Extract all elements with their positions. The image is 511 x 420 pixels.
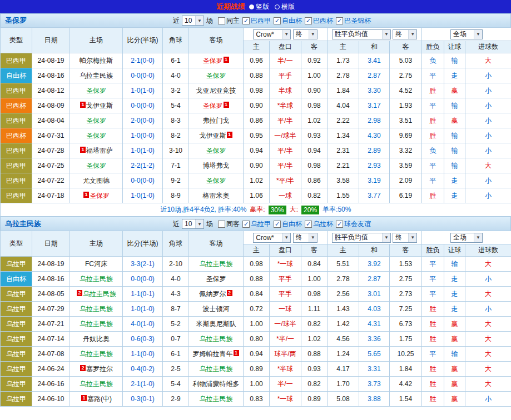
layout-radio-横版[interactable]: 横版 bbox=[275, 2, 295, 12]
red-card-badge: 1 bbox=[234, 350, 239, 356]
home-team-name[interactable]: 乌拉圭民族 bbox=[80, 320, 113, 328]
home-team-name[interactable]: 圣保罗 bbox=[86, 162, 106, 169]
home-team-name[interactable]: 福塔雷萨 bbox=[86, 147, 113, 154]
home-team-name[interactable]: 乌拉圭民族 bbox=[80, 305, 113, 313]
bookmaker-value: Crow* bbox=[256, 234, 274, 242]
odds-cell: 0.98 bbox=[301, 98, 328, 113]
away-team-name[interactable]: 乌拉圭民族 bbox=[200, 365, 233, 373]
home-team-name[interactable]: 圣保罗 bbox=[90, 192, 110, 199]
checkbox-unchecked[interactable] bbox=[218, 221, 225, 228]
scope-value: 全场 bbox=[453, 29, 467, 39]
layout-radio-竖版[interactable]: 竖版 bbox=[249, 2, 269, 12]
away-team-name[interactable]: 圣保罗 bbox=[206, 177, 226, 184]
match-count-select[interactable]: 10▼ bbox=[182, 16, 204, 26]
away-team-name[interactable]: 戈亚尼亚竞技 bbox=[196, 87, 236, 94]
handicap-cell: 平手 bbox=[270, 287, 301, 302]
away-team-name[interactable]: 圣保罗 bbox=[203, 102, 223, 109]
home-team-name[interactable]: 乌拉圭民族 bbox=[80, 72, 113, 79]
away-team-name[interactable]: 戈伊亚斯 bbox=[200, 132, 226, 139]
wdl-result-cell: 负 bbox=[422, 143, 444, 158]
match-date: 24-07-21 bbox=[32, 317, 70, 332]
away-team-name[interactable]: 圣保罗 bbox=[206, 72, 226, 79]
away-team-name[interactable]: 乌拉圭民族 bbox=[200, 335, 233, 343]
away-team-name[interactable]: 利物浦蒙特维多 bbox=[193, 380, 240, 388]
handicap-cell: 平/半 bbox=[270, 158, 301, 173]
league-badge: 乌拉甲 bbox=[1, 347, 32, 362]
average-selects-cell: 胜平负均值▼ 终▼ bbox=[328, 28, 422, 41]
home-team-name[interactable]: 乌拉圭民族 bbox=[83, 290, 116, 298]
checkbox-checked[interactable]: ✓ bbox=[274, 221, 281, 228]
average-select[interactable]: 胜平负均值▼ bbox=[332, 29, 391, 39]
odds-state-select[interactable]: 终▼ bbox=[293, 233, 317, 243]
col-header-avg-home: 主 bbox=[328, 41, 359, 53]
checkbox-checked[interactable]: ✓ bbox=[242, 17, 250, 24]
home-team-name[interactable]: 乌拉圭民族 bbox=[80, 275, 113, 283]
odds-cell: 0.93 bbox=[301, 128, 328, 143]
home-team-name[interactable]: 尤文图德 bbox=[83, 177, 110, 184]
away-team-name[interactable]: 佩纳罗尔 bbox=[200, 290, 226, 298]
home-team-name[interactable]: 塞路(中) bbox=[87, 395, 112, 403]
bookmaker-select[interactable]: Crow*▼ bbox=[253, 29, 291, 39]
home-team-name[interactable]: 圣保罗 bbox=[86, 87, 106, 94]
team-name-link[interactable]: 圣保罗 bbox=[5, 16, 173, 26]
col-header-odds-home: 主 bbox=[244, 41, 270, 53]
away-team-name[interactable]: 博塔弗戈 bbox=[203, 162, 230, 169]
away-team-name[interactable]: 乌拉圭民族 bbox=[200, 260, 233, 268]
wdl-result-cell: 胜 bbox=[422, 317, 444, 332]
checkbox-checked[interactable]: ✓ bbox=[305, 221, 312, 228]
match-count-select[interactable]: 10▼ bbox=[182, 219, 204, 229]
average-state-select[interactable]: 终▼ bbox=[393, 29, 417, 39]
handicap-result-cell: 走 bbox=[444, 302, 465, 317]
bookmaker-select[interactable]: Crow*▼ bbox=[253, 233, 291, 243]
red-card-badge: 1 bbox=[227, 132, 232, 138]
avg-odds-cell: 10.25 bbox=[390, 347, 422, 362]
home-team-name[interactable]: 圣保罗 bbox=[86, 117, 106, 124]
checkbox-checked[interactable]: ✓ bbox=[336, 17, 343, 24]
chevron-down-icon: ▼ bbox=[309, 233, 317, 242]
away-team-name[interactable]: 格雷米奥 bbox=[203, 192, 230, 199]
away-team-name[interactable]: 弗拉门戈 bbox=[203, 117, 230, 124]
radio-label: 竖版 bbox=[256, 2, 269, 12]
away-team-name[interactable]: 波士顿河 bbox=[203, 305, 230, 313]
away-team-name[interactable]: 罗姆帕拉青年 bbox=[193, 350, 233, 358]
away-team-name[interactable]: 圣保罗 bbox=[206, 275, 226, 283]
odds-state-select[interactable]: 终▼ bbox=[293, 29, 317, 39]
league-filter-item: ✓乌拉甲 bbox=[242, 219, 271, 229]
home-team-name[interactable]: 乌拉圭民族 bbox=[80, 350, 113, 358]
checkbox-label: 乌拉甲 bbox=[251, 219, 271, 229]
away-team-name[interactable]: 米斯奥尼斯队 bbox=[196, 320, 236, 328]
odds-cell: 0.92 bbox=[301, 53, 328, 68]
checkbox-checked[interactable]: ✓ bbox=[305, 17, 312, 24]
average-state-select[interactable]: 终▼ bbox=[393, 233, 417, 243]
checkbox-checked[interactable]: ✓ bbox=[274, 17, 281, 24]
odds-cell: 0.94 bbox=[244, 143, 270, 158]
avg-odds-cell: 3.73 bbox=[359, 377, 390, 392]
corner-cell: 5-2 bbox=[163, 317, 189, 332]
handicap-cell: 一球 bbox=[270, 302, 301, 317]
summary-cell: 近10场,胜4平4负2, 胜率:40%赢率:30%大:20%单率:50% bbox=[1, 203, 511, 217]
scope-select[interactable]: 全场▼ bbox=[450, 233, 483, 243]
checkbox-checked[interactable]: ✓ bbox=[336, 221, 343, 228]
away-team-name[interactable]: 圣保罗 bbox=[203, 57, 223, 64]
home-team-name[interactable]: 塞罗拉尔 bbox=[86, 365, 113, 373]
average-select[interactable]: 胜平负均值▼ bbox=[332, 233, 391, 243]
away-team-name[interactable]: 乌拉圭民族 bbox=[200, 395, 233, 403]
home-team-name[interactable]: 丹奴比奥 bbox=[83, 335, 110, 343]
scope-select[interactable]: 全场▼ bbox=[450, 29, 483, 39]
away-team-name[interactable]: 圣保罗 bbox=[206, 147, 226, 154]
checkbox-checked[interactable]: ✓ bbox=[242, 221, 250, 228]
team-header-bar: 乌拉圭民族 近 10▼ 场 同客✓乌拉甲✓自由杯✓乌拉杯✓球会友谊 bbox=[0, 217, 511, 231]
home-team-name[interactable]: FC河床 bbox=[85, 260, 107, 268]
col-header-wdl: 胜负 bbox=[422, 244, 444, 257]
home-team-name[interactable]: 帕尔梅拉斯 bbox=[80, 57, 113, 64]
odds-cell: 0.95 bbox=[244, 128, 270, 143]
home-team-name[interactable]: 乌拉圭民族 bbox=[80, 380, 113, 388]
avg-odds-cell: 4.42 bbox=[390, 377, 422, 392]
team-name-link[interactable]: 乌拉圭民族 bbox=[5, 219, 173, 229]
home-team-name[interactable]: 圣保罗 bbox=[86, 132, 106, 139]
home-team-name[interactable]: 戈伊亚斯 bbox=[86, 102, 113, 109]
checkbox-unchecked[interactable] bbox=[218, 17, 225, 24]
corner-cell: 5-4 bbox=[163, 98, 189, 113]
col-header-score: 比分(半场) bbox=[123, 231, 163, 257]
avg-odds-cell: 2.56 bbox=[328, 287, 359, 302]
